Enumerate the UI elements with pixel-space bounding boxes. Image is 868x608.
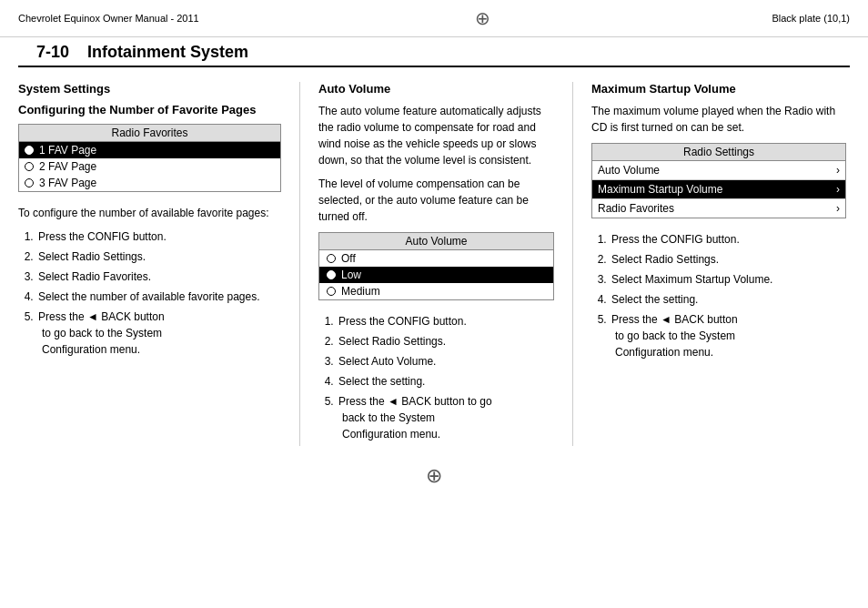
radio-favorites-box: Radio Favorites 1 FAV Page 2 FAV Page 3 … [18, 124, 281, 192]
auto-volume-para2: The level of volume compensation can be … [318, 176, 554, 225]
rs-label-max: Maximum Startup Volume [598, 183, 722, 196]
right-step-4: Select the setting. [610, 291, 846, 308]
av-label-medium: Medium [341, 285, 380, 298]
left-step-1: Press the CONFIG button. [36, 228, 281, 245]
right-step-5: Press the ◄ BACK button to go back to th… [610, 311, 846, 360]
middle-step-2: Select Radio Settings. [337, 333, 554, 350]
section-title-bar: 7-10 Infotainment System [18, 37, 850, 67]
page-header: Chevrolet Equinox Owner Manual - 2011 Bl… [0, 0, 868, 37]
left-step-5: Press the ◄ BACK button to go back to th… [36, 309, 281, 358]
fav-item-2fav[interactable]: 2 FAV Page [19, 158, 280, 175]
max-startup-para: The maximum volume played when the Radio… [591, 103, 846, 136]
system-settings-heading: System Settings [18, 82, 281, 96]
crosshair-icon [475, 7, 497, 29]
radio-selected-icon [327, 270, 336, 279]
av-item-off[interactable]: Off [319, 250, 553, 267]
middle-step-1: Press the CONFIG button. [337, 313, 554, 329]
section-title: 7-10 Infotainment System [36, 43, 832, 62]
left-step-4: Select the number of available favorite … [36, 289, 281, 305]
configure-paragraph: To configure the number of available fav… [18, 205, 281, 221]
radio-unselected-icon [327, 287, 336, 296]
left-steps-list: Press the CONFIG button. Select Radio Se… [18, 228, 281, 358]
middle-column: Auto Volume The auto volume feature auto… [300, 82, 573, 446]
left-step-3: Select Radio Favorites. [36, 269, 281, 285]
fav-item-1fav[interactable]: 1 FAV Page [19, 142, 280, 158]
auto-volume-box: Auto Volume Off Low Medium [318, 232, 554, 300]
bottom-crosshair-icon: ⊕ [426, 464, 442, 487]
right-steps-list: Press the CONFIG button. Select Radio Se… [591, 231, 846, 360]
radio-unselected-icon [25, 162, 34, 171]
right-step-2: Select Radio Settings. [610, 251, 846, 268]
fav-item-3fav[interactable]: 3 FAV Page [19, 175, 280, 191]
fav-label-3: 3 FAV Page [39, 177, 96, 189]
rs-item-radio-favorites[interactable]: Radio Favorites › [592, 199, 845, 218]
header-center [475, 7, 497, 29]
rs-label-fav: Radio Favorites [598, 202, 674, 215]
rs-item-auto-volume[interactable]: Auto Volume › [592, 161, 845, 180]
header-left: Chevrolet Equinox Owner Manual - 2011 [18, 13, 199, 24]
fav-label-2: 2 FAV Page [39, 160, 96, 173]
radio-selected-icon [25, 146, 34, 155]
chevron-icon-max: › [836, 183, 840, 196]
left-column: System Settings Configuring the Number o… [18, 82, 300, 446]
radio-settings-title: Radio Settings [592, 144, 845, 161]
content-area: System Settings Configuring the Number o… [0, 67, 868, 455]
max-startup-heading: Maximum Startup Volume [591, 82, 846, 96]
middle-step-3: Select Auto Volume. [337, 353, 554, 370]
av-item-medium[interactable]: Medium [319, 283, 553, 299]
auto-volume-para1: The auto volume feature automatically ad… [318, 103, 554, 168]
radio-favorites-title: Radio Favorites [19, 125, 280, 142]
header-right: Black plate (10,1) [772, 13, 850, 24]
av-label-off: Off [341, 252, 356, 265]
radio-unselected-icon [327, 254, 336, 263]
auto-volume-box-title: Auto Volume [319, 233, 553, 250]
radio-settings-box: Radio Settings Auto Volume › Maximum Sta… [591, 143, 846, 218]
middle-step-4: Select the setting. [337, 373, 554, 390]
fav-label-1: 1 FAV Page [39, 144, 96, 157]
av-item-low[interactable]: Low [319, 267, 553, 283]
right-step-1: Press the CONFIG button. [610, 231, 846, 248]
radio-unselected-icon [25, 178, 34, 187]
right-step-3: Select Maximum Startup Volume. [610, 271, 846, 288]
right-column: Maximum Startup Volume The maximum volum… [573, 82, 846, 446]
auto-volume-heading: Auto Volume [318, 82, 554, 96]
rs-label-auto: Auto Volume [598, 164, 660, 177]
av-label-low: Low [341, 269, 361, 281]
configuring-pages-heading: Configuring the Number of Favorite Pages [18, 103, 281, 117]
left-step-2: Select Radio Settings. [36, 248, 281, 265]
footer-crosshair: ⊕ [0, 455, 868, 497]
chevron-icon-fav: › [836, 202, 840, 215]
rs-item-max-startup[interactable]: Maximum Startup Volume › [592, 180, 845, 199]
middle-steps-list: Press the CONFIG button. Select Radio Se… [318, 313, 554, 442]
middle-step-5: Press the ◄ BACK button to go back to th… [337, 393, 554, 442]
chevron-icon-auto: › [836, 164, 840, 177]
